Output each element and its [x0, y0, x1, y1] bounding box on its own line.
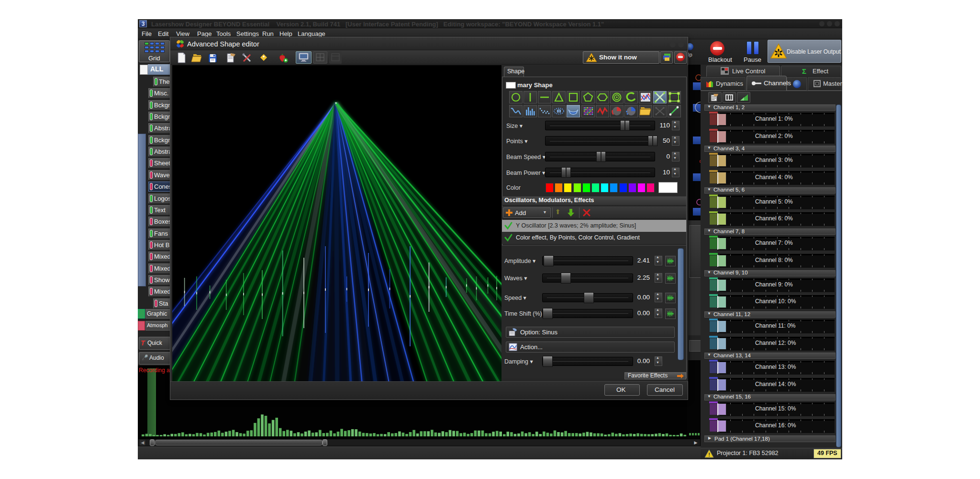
svg-text:!: !: [708, 452, 710, 457]
